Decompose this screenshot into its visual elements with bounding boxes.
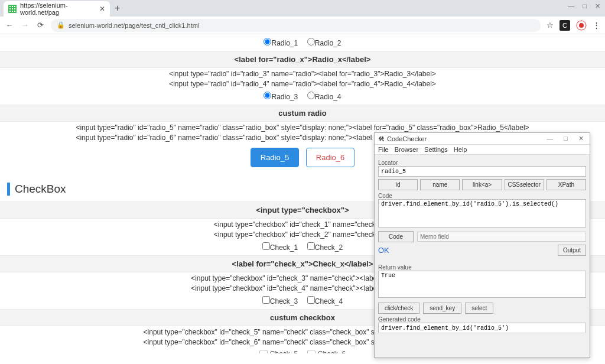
radio-5-button[interactable]: Radio_5 xyxy=(251,148,299,167)
check-4-label: Check_4 xyxy=(315,297,343,306)
window-minimize-button[interactable]: — xyxy=(568,2,574,10)
check-3[interactable] xyxy=(262,296,270,304)
svg-rect-7 xyxy=(9,11,11,12)
section-checkbox-label: CheckBox xyxy=(15,183,66,196)
browser-tab[interactable]: https://selenium-world.net/pag ✕ xyxy=(4,1,110,17)
tab-title: https://selenium-world.net/pag xyxy=(20,2,96,16)
check-2[interactable] xyxy=(307,242,315,250)
check-2-label: Check_2 xyxy=(315,243,343,252)
check-5-label: Check_5 xyxy=(270,350,298,353)
menu-icon[interactable]: ⋮ xyxy=(593,21,600,30)
radio-row-12: Radio_1 Radio_2 xyxy=(0,38,605,47)
code-radio5: <input type="radio" id="radio_5" name="r… xyxy=(0,124,605,132)
radio-6-button[interactable]: Radio_6 xyxy=(306,148,354,167)
cc-app-icon: 🛠 xyxy=(378,135,385,142)
svg-rect-1 xyxy=(9,6,11,7)
radio-1[interactable] xyxy=(264,38,271,46)
svg-text:C: C xyxy=(562,22,567,29)
radio-1-label: Radio_1 xyxy=(271,39,298,47)
svg-point-13 xyxy=(579,23,584,28)
cc-name-button[interactable]: name xyxy=(420,179,460,190)
check-5[interactable]: Check_5 xyxy=(259,350,298,353)
back-button[interactable]: ← xyxy=(5,21,14,30)
tab-close-icon[interactable]: ✕ xyxy=(99,5,105,13)
cc-titlebar[interactable]: 🛠 CodeChecker — □ ✕ xyxy=(375,133,590,145)
window-close-button[interactable]: ✕ xyxy=(595,2,600,10)
heading-custom-radio: custum radio xyxy=(0,105,605,122)
radio-4-label: Radio_4 xyxy=(315,93,341,101)
address-bar: ← → ⟳ 🔒 selenium-world.net/page/test_cnt… xyxy=(0,17,605,34)
cc-menu-file[interactable]: File xyxy=(378,146,389,153)
radio-2-label: Radio_2 xyxy=(315,39,341,47)
check-6[interactable]: Check_6 xyxy=(307,350,346,353)
radio-3[interactable] xyxy=(264,92,271,99)
cc-ok-status: OK xyxy=(378,246,389,255)
cc-link-button[interactable]: link<a> xyxy=(462,179,502,190)
cc-menu-browser[interactable]: Browser xyxy=(395,146,418,153)
cc-css-button[interactable]: CSSselector xyxy=(505,179,544,190)
cc-memo-input[interactable] xyxy=(417,232,586,242)
cc-return-output[interactable]: True xyxy=(378,271,586,298)
cc-xpath-button[interactable]: XPath xyxy=(547,179,586,190)
favicon-icon xyxy=(8,5,17,13)
url-text: selenium-world.net/page/test_cntl_click1… xyxy=(69,22,199,29)
extension-c-icon[interactable]: C xyxy=(560,20,570,31)
cc-maximize-button[interactable]: □ xyxy=(561,135,570,142)
svg-rect-5 xyxy=(12,8,13,9)
cc-menubar: File Browser Settings Help xyxy=(375,145,590,155)
url-input[interactable]: 🔒 selenium-world.net/page/test_cntl_clic… xyxy=(51,19,541,32)
profile-icon[interactable] xyxy=(576,20,587,31)
codechecker-window: 🛠 CodeChecker — □ ✕ File Browser Setting… xyxy=(374,132,590,358)
cc-return-label: Return value xyxy=(378,264,586,271)
svg-rect-2 xyxy=(12,6,13,7)
cc-code-input[interactable]: driver.find_element_by_id('radio_5').is_… xyxy=(378,199,586,228)
cc-minimize-button[interactable]: — xyxy=(544,135,555,142)
check-3-label: Check_3 xyxy=(270,297,298,306)
check-1[interactable] xyxy=(262,242,270,250)
radio-4[interactable] xyxy=(307,92,315,99)
cc-menu-settings[interactable]: Settings xyxy=(424,146,448,153)
cc-gencode-label: Generated code xyxy=(378,316,586,323)
cc-sendkey-button[interactable]: send_key xyxy=(423,303,461,314)
cc-gencode-output[interactable] xyxy=(378,323,586,333)
check-6-label: Check_6 xyxy=(318,350,346,353)
checkbox-icon xyxy=(259,350,268,353)
forward-button[interactable]: → xyxy=(20,21,30,30)
cc-menu-help[interactable]: Help xyxy=(454,146,467,153)
star-icon[interactable]: ☆ xyxy=(547,21,554,30)
cc-select-button[interactable]: select xyxy=(465,303,493,314)
svg-rect-4 xyxy=(9,8,11,9)
cc-locator-label: Locator xyxy=(378,160,586,166)
cc-clickcheck-button[interactable]: click/check xyxy=(378,303,419,314)
cc-code-button[interactable]: Code xyxy=(378,231,414,242)
svg-rect-9 xyxy=(14,11,15,12)
cc-output-button[interactable]: Output xyxy=(558,245,586,256)
svg-rect-8 xyxy=(12,11,13,12)
cc-title: CodeChecker xyxy=(387,135,544,142)
browser-chrome: https://selenium-world.net/pag ✕ + — □ ✕… xyxy=(0,0,605,34)
section-bar-icon xyxy=(7,183,10,196)
radio-2[interactable] xyxy=(307,38,315,46)
code-radio4: <input type="radio" id="radio_4" name="r… xyxy=(0,80,605,88)
cc-code-label: Code xyxy=(378,193,586,199)
tab-bar: https://selenium-world.net/pag ✕ + — □ ✕ xyxy=(0,0,605,17)
radio-row-34: Radio_3 Radio_4 xyxy=(0,92,605,101)
radio-3-label: Radio_3 xyxy=(271,93,298,101)
check-1-label: Check_1 xyxy=(270,243,298,252)
cc-id-button[interactable]: id xyxy=(378,179,418,190)
svg-rect-6 xyxy=(14,8,15,9)
checkbox-icon xyxy=(307,350,315,353)
code-radio3: <input type="radio" id="radio_3" name="r… xyxy=(0,70,605,78)
svg-rect-3 xyxy=(14,6,15,7)
new-tab-button[interactable]: + xyxy=(115,3,120,14)
check-4[interactable] xyxy=(307,296,315,304)
window-maximize-button[interactable]: □ xyxy=(583,2,587,10)
reload-button[interactable]: ⟳ xyxy=(35,21,45,30)
cc-close-button[interactable]: ✕ xyxy=(576,135,586,142)
heading-label-radio: <label for="radio_x">Radio_x</label> xyxy=(0,51,605,68)
lock-icon: 🔒 xyxy=(57,21,65,29)
cc-locator-input[interactable] xyxy=(378,166,586,177)
